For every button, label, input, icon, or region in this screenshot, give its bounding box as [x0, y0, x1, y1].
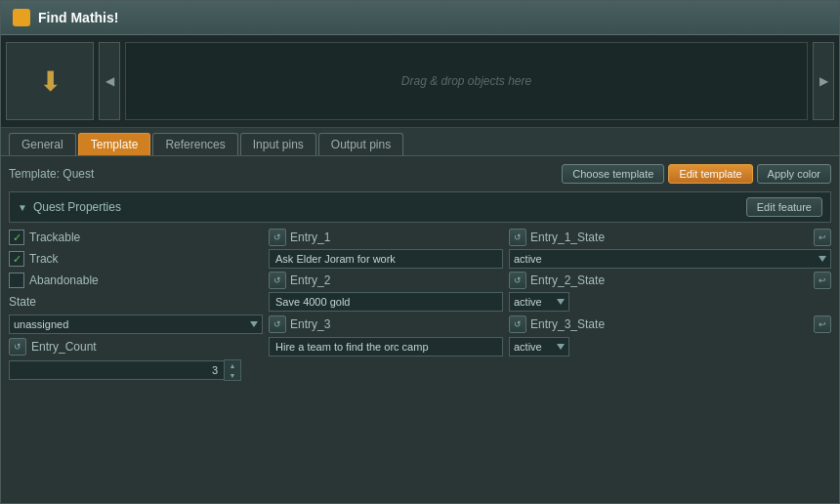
abandonable-label: Abandonable [29, 273, 99, 287]
section-title: ▼ Quest Properties [18, 200, 121, 214]
entry2-state-label: Entry_2_State [530, 273, 605, 287]
state-label: State [9, 295, 36, 309]
entry3-reset-btn[interactable]: ↺ [269, 315, 286, 333]
entry1-field: ↺ Entry_1 [269, 229, 503, 246]
entry3-label: Entry_3 [290, 317, 330, 331]
state-dropdown-field: unassigned active completed [9, 315, 263, 334]
template-buttons: Choose template Edit template Apply colo… [562, 164, 831, 184]
entry1-state-reset-btn[interactable]: ↺ [509, 229, 526, 246]
checkmark-icon: ✓ [13, 231, 21, 244]
entry2-field: ↺ Entry_2 [269, 272, 503, 289]
entry2-state-field: ↺ Entry_2_State ↩ [509, 272, 831, 289]
entry1-value-input[interactable] [269, 249, 503, 269]
entry2-value-field [269, 292, 503, 312]
track-label: Track [29, 252, 59, 266]
entry1-state-label: Entry_1_State [530, 231, 605, 244]
entry1-label: Entry_1 [290, 231, 330, 244]
entry1-state-action-btn[interactable]: ↩ [814, 229, 831, 246]
section-arrow-icon: ▼ [18, 202, 27, 213]
row-trackable: ✓ Trackable ↺ Entry_1 ↺ Entry_1_State ↩ [9, 229, 831, 246]
title-text: Find Mathis! [38, 10, 118, 25]
title-bar: Find Mathis! [1, 1, 839, 35]
entry-count-spinners: ▲ ▼ [224, 359, 241, 381]
row-state: unassigned active completed ↺ Entry_3 ↺ … [9, 315, 831, 334]
entry2-state-value-field: active inactive [509, 292, 831, 312]
entry3-value-field [269, 337, 503, 357]
state-select[interactable]: unassigned active completed [9, 315, 263, 334]
template-header: Template: Quest Choose template Edit tem… [9, 164, 831, 184]
tab-general[interactable]: General [9, 133, 76, 155]
trackable-field: ✓ Trackable [9, 230, 263, 245]
abandonable-checkbox[interactable] [9, 273, 24, 288]
tab-output-pins[interactable]: Output pins [318, 133, 403, 155]
row-track: ✓ Track active inactive [9, 249, 831, 269]
track-field: ✓ Track [9, 251, 263, 267]
tabs-bar: General Template References Input pins O… [1, 128, 839, 156]
apply-color-button[interactable]: Apply color [757, 164, 831, 184]
tab-template[interactable]: Template [78, 133, 151, 155]
entry1-value-field [269, 249, 503, 269]
entry-count-field: ↺ Entry_Count [9, 338, 263, 356]
template-label: Template: Quest [9, 167, 94, 181]
track-checkbox[interactable]: ✓ [9, 251, 24, 267]
entry2-value-input[interactable] [269, 292, 503, 312]
spinner-up-btn[interactable]: ▲ [225, 360, 240, 370]
choose-template-button[interactable]: Choose template [562, 164, 664, 184]
drag-drop-text: Drag & drop objects here [401, 74, 531, 88]
content-area: Template: Quest Choose template Edit tem… [1, 156, 839, 503]
edit-template-button[interactable]: Edit template [668, 164, 752, 184]
preview-area: ⬇ ◀ Drag & drop objects here ▶ [1, 35, 839, 128]
entry2-state-select[interactable]: active inactive [509, 292, 569, 312]
row-abandonable: Abandonable ↺ Entry_2 ↺ Entry_2_State ↩ [9, 272, 831, 289]
entry3-field: ↺ Entry_3 [269, 315, 503, 333]
preview-thumb: ⬇ [6, 42, 94, 120]
entry2-state-action-btn[interactable]: ↩ [814, 272, 831, 289]
entry1-state-select[interactable]: active inactive [509, 249, 831, 269]
entry-count-input-wrap: ▲ ▼ [9, 359, 263, 381]
section-header: ▼ Quest Properties Edit feature [9, 191, 831, 223]
entry-count-input[interactable] [9, 360, 224, 380]
entry-count-reset-btn[interactable]: ↺ [9, 338, 26, 356]
tab-input-pins[interactable]: Input pins [240, 133, 316, 155]
entry1-state-value-field: active inactive [509, 249, 831, 269]
trackable-checkbox[interactable]: ✓ [9, 230, 24, 245]
entry3-state-field: ↺ Entry_3_State ↩ [509, 315, 831, 333]
preview-main[interactable]: Drag & drop objects here [125, 42, 808, 120]
edit-feature-button[interactable]: Edit feature [746, 197, 822, 217]
entry1-reset-btn[interactable]: ↺ [269, 229, 286, 246]
entry2-reset-btn[interactable]: ↺ [269, 272, 286, 289]
entry3-value-input[interactable] [269, 337, 503, 357]
main-container: Find Mathis! ⬇ ◀ Drag & drop objects her… [0, 0, 840, 504]
entry2-state-reset-btn[interactable]: ↺ [509, 272, 526, 289]
row-entry2-value: State active inactive [9, 292, 831, 312]
download-icon: ⬇ [39, 65, 62, 98]
title-icon [13, 9, 30, 26]
entry3-state-value-field: active inactive [509, 337, 831, 357]
trackable-label: Trackable [29, 231, 80, 244]
spinner-down-btn[interactable]: ▼ [225, 370, 240, 380]
nav-left-button[interactable]: ◀ [99, 42, 120, 120]
checkmark-icon2: ✓ [13, 253, 21, 266]
entry3-state-label: Entry_3_State [530, 317, 605, 331]
row-entry-count: ↺ Entry_Count active inactive [9, 337, 831, 357]
tab-references[interactable]: References [152, 133, 237, 155]
entry1-state-field: ↺ Entry_1_State ↩ [509, 229, 831, 246]
row-entry-count-value: ▲ ▼ [9, 359, 831, 381]
nav-right-button[interactable]: ▶ [813, 42, 834, 120]
entry3-state-reset-btn[interactable]: ↺ [509, 315, 526, 333]
entry2-label: Entry_2 [290, 273, 330, 287]
abandonable-field: Abandonable [9, 273, 263, 288]
state-field: State [9, 295, 263, 309]
entry3-state-select[interactable]: active inactive [509, 337, 569, 357]
entry3-state-action-btn[interactable]: ↩ [814, 315, 831, 333]
section-title-text: Quest Properties [33, 200, 121, 214]
entry-count-label: Entry_Count [31, 340, 97, 354]
